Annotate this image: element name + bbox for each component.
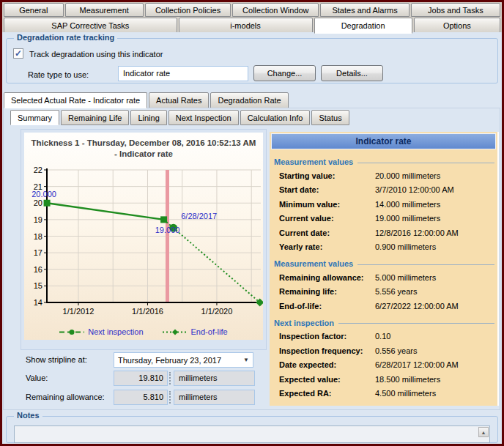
x-tick-label: 1/1/2016 bbox=[132, 307, 163, 316]
section-title: Measurement values bbox=[274, 259, 494, 268]
rate-tab-row: Selected Actual Rate - Indicator rateAct… bbox=[4, 92, 289, 108]
scroll-up-arrow-icon: ▲ bbox=[481, 430, 486, 435]
change-button[interactable]: Change... bbox=[253, 65, 316, 81]
point-label: 19.000 bbox=[155, 226, 180, 234]
section-title: Next inspection bbox=[274, 319, 494, 327]
detail-label: End-of-life: bbox=[270, 302, 375, 311]
next-inspection-line-icon bbox=[59, 328, 84, 336]
tab-collection-window[interactable]: Collection Window bbox=[232, 3, 319, 17]
detail-value: 19.000 millimeters bbox=[375, 214, 497, 223]
tab-next-inspection[interactable]: Next Inspection bbox=[168, 110, 239, 125]
tab-general[interactable]: General bbox=[4, 3, 64, 17]
rate-type-input[interactable]: Indicator rate bbox=[118, 66, 248, 81]
tab-states-and-alarms[interactable]: States and Alarms bbox=[320, 3, 409, 17]
tab-i-models[interactable]: i-models bbox=[179, 18, 313, 34]
detail-value: 14.000 millimeters bbox=[375, 200, 497, 209]
detail-value: 5.000 millimeters bbox=[375, 273, 497, 282]
section-title: Measurement values bbox=[274, 157, 494, 166]
detail-value: 18.500 millimeters bbox=[375, 375, 497, 384]
details-button[interactable]: Details... bbox=[321, 65, 383, 81]
detail-row: Yearly rate:0.900 millimeters bbox=[270, 240, 497, 255]
value-label: Value: bbox=[26, 373, 48, 382]
tab-lining[interactable]: Lining bbox=[130, 110, 166, 125]
detail-row: Date expected:6/28/2017 12:00:00 AM bbox=[270, 358, 497, 373]
x-tick-label: 1/1/2020 bbox=[201, 307, 233, 316]
track-degradation-checkbox[interactable]: ✓ bbox=[13, 48, 23, 59]
point-label: 6/28/2017 bbox=[181, 212, 217, 220]
notes-textarea[interactable]: ▲ bbox=[14, 425, 490, 443]
series-line-solid bbox=[47, 203, 163, 220]
y-tick-label: 14 bbox=[34, 298, 42, 307]
tab-sap-corrective-tasks[interactable]: SAP Corrective Tasks bbox=[4, 18, 177, 34]
section-divider bbox=[357, 163, 494, 163]
stripline-value-unit: millimeters bbox=[174, 371, 255, 386]
detail-row: Expected RA:4.500 millimeters bbox=[270, 387, 497, 401]
degradation-rate-tracking-group: Degradation rate tracking ✓ Track degrad… bbox=[6, 38, 498, 83]
detail-row: Inspection factor:0.10 bbox=[270, 330, 497, 344]
notes-group-title: Notes bbox=[14, 411, 42, 420]
degradation-chart-panel: Thickness 1 - Thursday, December 08, 201… bbox=[21, 129, 267, 350]
chart-plot: 2221201918171615141/1/20121/1/20161/1/20… bbox=[24, 133, 263, 340]
tab-status[interactable]: Status bbox=[311, 110, 349, 125]
chart-legend: Next inspectionEnd-of-life bbox=[24, 327, 263, 336]
degradation-tab-content: Degradation rate tracking ✓ Track degrad… bbox=[2, 32, 502, 444]
tab-jobs-and-tasks[interactable]: Jobs and Tasks bbox=[411, 3, 500, 17]
detail-label: Remaining life: bbox=[270, 287, 375, 296]
detail-label: Expected value: bbox=[270, 375, 375, 384]
tab-row-primary: GeneralMeasurementCollection PoliciesCol… bbox=[2, 3, 502, 17]
stripline-value-field: 19.810 bbox=[114, 371, 168, 386]
detail-value: 0.10 bbox=[375, 332, 497, 341]
y-tick-label: 20 bbox=[34, 198, 42, 207]
legend-item: End-of-life bbox=[163, 327, 228, 336]
detail-label: Start date: bbox=[270, 185, 375, 194]
show-stripline-label: Show stripline at: bbox=[26, 355, 87, 364]
detail-label: Expected RA: bbox=[270, 389, 375, 398]
detail-label: Yearly rate: bbox=[270, 242, 375, 251]
detail-row: Remaining life:5.556 years bbox=[270, 285, 497, 300]
remaining-allowance-unit: millimeters bbox=[174, 390, 255, 405]
details-panel-title: Indicator rate bbox=[271, 133, 496, 149]
tab-options[interactable]: Options bbox=[414, 18, 500, 34]
detail-row: Current value:19.000 millimeters bbox=[270, 212, 497, 226]
notes-scrollbar-up-button[interactable]: ▲ bbox=[478, 427, 489, 437]
tab-degradation[interactable]: Degradation bbox=[314, 18, 412, 34]
detail-row: Inspection frequency:0.556 years bbox=[270, 343, 497, 358]
detail-label: Date expected: bbox=[270, 360, 375, 369]
section-divider bbox=[357, 264, 494, 265]
degradation-chart: Thickness 1 - Thursday, December 08, 201… bbox=[24, 133, 263, 340]
detail-label: Remaining allowance: bbox=[270, 273, 375, 282]
track-degradation-label: Track degradation using this indicator bbox=[29, 50, 163, 59]
stripline-date-value: Thursday, February 23, 2017 bbox=[118, 356, 243, 365]
tab-collection-policies[interactable]: Collection Policies bbox=[145, 3, 231, 17]
legend-item: Next inspection bbox=[59, 327, 143, 336]
y-tick-label: 19 bbox=[34, 215, 42, 224]
detail-value: 3/7/2010 12:00:00 AM bbox=[375, 185, 497, 194]
detail-value: 0.556 years bbox=[375, 346, 497, 355]
details-sections: Measurement valuesStarting value:20.000 … bbox=[270, 151, 497, 401]
detail-label: Current date: bbox=[270, 228, 375, 237]
field-grip-divider bbox=[169, 391, 172, 404]
detail-value: 5.556 years bbox=[375, 287, 497, 296]
detail-row: Current date:12/8/2016 12:00:00 AM bbox=[270, 226, 497, 240]
tab-measurement[interactable]: Measurement bbox=[65, 3, 144, 17]
y-tick-label: 22 bbox=[34, 166, 42, 174]
stripline bbox=[166, 170, 169, 302]
detail-value: 20.000 millimeters bbox=[375, 171, 497, 180]
tab-remaining-life[interactable]: Remaining Life bbox=[61, 110, 129, 125]
tab-actual-rates[interactable]: Actual Rates bbox=[149, 92, 209, 108]
detail-label: Inspection factor: bbox=[270, 332, 375, 341]
legend-label: End-of-life bbox=[191, 327, 228, 336]
remaining-allowance-label: Remaining allowance: bbox=[26, 393, 105, 401]
tab-row-secondary: SAP Corrective Tasksi-modelsDegradationO… bbox=[2, 18, 502, 34]
detail-label: Current value: bbox=[270, 214, 375, 223]
group-title: Degradation rate tracking bbox=[14, 33, 117, 42]
detail-label: Inspection frequency: bbox=[270, 346, 375, 355]
detail-row: Minimum value:14.000 millimeters bbox=[270, 197, 497, 212]
y-tick-label: 17 bbox=[34, 248, 42, 257]
detail-label: Starting value: bbox=[270, 171, 375, 180]
tab-summary[interactable]: Summary bbox=[10, 110, 59, 125]
stripline-date-dropdown[interactable]: Thursday, February 23, 2017 ▼ bbox=[114, 352, 253, 368]
tab-selected-actual-rate-indicator-rate[interactable]: Selected Actual Rate - Indicator rate bbox=[4, 92, 147, 108]
tab-calculation-info[interactable]: Calculation Info bbox=[240, 110, 311, 125]
tab-degradation-rate[interactable]: Degradation Rate bbox=[210, 92, 288, 108]
